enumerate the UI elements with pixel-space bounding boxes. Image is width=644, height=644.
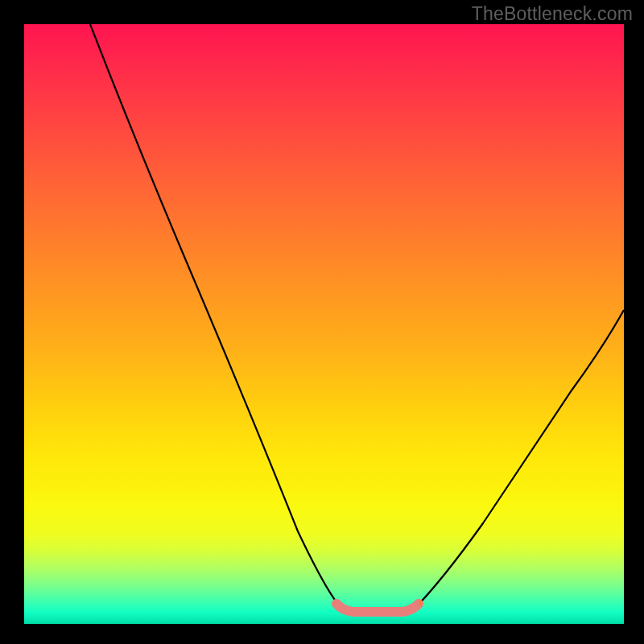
curve-overlay [24, 24, 624, 624]
watermark-text: TheBottleneck.com [472, 3, 633, 25]
bottom-pink-segment [336, 604, 419, 612]
chart-frame: TheBottleneck.com [0, 0, 644, 644]
curve-right-path [415, 310, 624, 609]
curve-left-path [90, 24, 342, 609]
plot-area [24, 24, 624, 624]
